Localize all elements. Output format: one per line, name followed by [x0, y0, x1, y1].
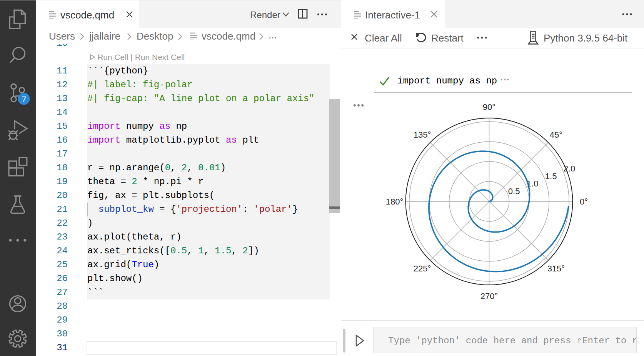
svg-text:135°: 135° [414, 130, 431, 140]
svg-text:225°: 225° [414, 264, 431, 273]
svg-text:315°: 315° [547, 264, 565, 273]
svg-text:2.0: 2.0 [564, 164, 576, 173]
svg-text:0°: 0° [580, 197, 588, 206]
svg-text:90°: 90° [483, 102, 496, 112]
svg-text:0.5: 0.5 [508, 186, 520, 196]
svg-text:1.0: 1.0 [527, 179, 539, 188]
svg-text:270°: 270° [480, 291, 498, 301]
svg-text:1.5: 1.5 [545, 171, 557, 181]
svg-text:45°: 45° [550, 130, 562, 140]
svg-text:180°: 180° [386, 197, 404, 206]
